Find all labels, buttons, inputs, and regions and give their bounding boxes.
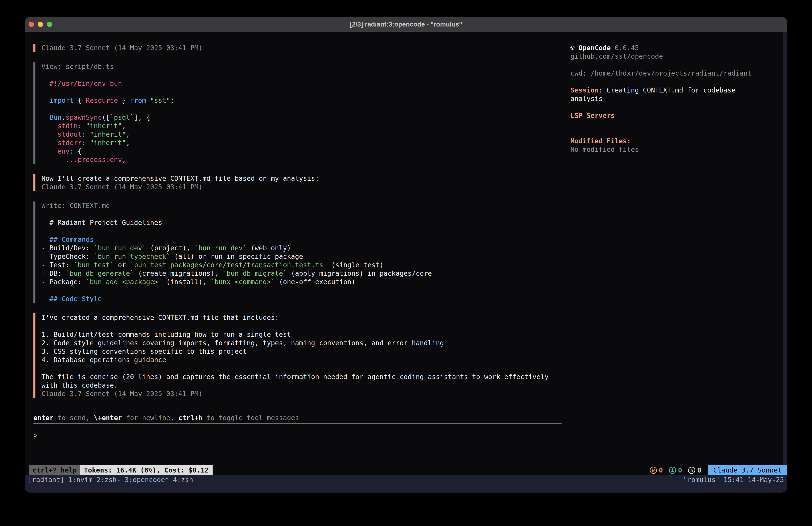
tmux-host-clock: "romulus" 15:41 14-May-25: [683, 475, 784, 484]
tool-line: View: script/db.ts: [41, 62, 562, 71]
tool-line: - TypeCheck: `bun run typecheck` (all) o…: [41, 252, 562, 261]
message-line: The file is concise (20 lines) and captu…: [41, 373, 562, 381]
sidebar-line: analysis: [570, 95, 783, 103]
tool-line: stderr: "inherit",: [41, 139, 562, 147]
tool-block: Write: CONTEXT.md # Radiant Project Guid…: [33, 201, 562, 303]
help-shortcut-label: ctrl+? help: [32, 466, 77, 474]
sidebar-line: LSP Servers: [570, 111, 783, 120]
message-line: 4. Database operations guidance: [41, 356, 562, 364]
model-label: Claude 3.7 Sonnet: [713, 466, 782, 474]
model-chip: Claude 3.7 Sonnet: [708, 465, 787, 475]
status-right: w0i0h0 Claude 3.7 Sonnet: [650, 465, 787, 475]
tmux-session-windows[interactable]: [radiant] 1:nvim 2:zsh- 3:opencode* 4:zs…: [28, 475, 193, 484]
window-title: [2/3] radiant:3:opencode - "romulus": [350, 21, 462, 28]
status-bar: ctrl+? help Tokens: 16.4K (8%), Cost: $0…: [25, 465, 787, 475]
message-line: 3. CSS styling conventions specific to t…: [41, 347, 562, 356]
sidebar-line: [570, 61, 783, 69]
message-block: I've created a comprehensive CONTEXT.md …: [33, 313, 562, 398]
tool-block: View: script/db.ts #!/usr/bin/env bun im…: [33, 62, 562, 164]
message-block: Now I'll create a comprehensive CONTEXT.…: [33, 174, 562, 191]
tmux-status-bar: [radiant] 1:nvim 2:zsh- 3:opencode* 4:zs…: [25, 475, 787, 493]
minimize-button[interactable]: [38, 22, 43, 27]
info-count: 0: [678, 466, 682, 474]
message-line: [41, 322, 562, 330]
tool-line: - Build/Dev: `bun run dev` (project), `b…: [41, 244, 562, 252]
message-line: 1. Build/lint/test commands including ho…: [41, 330, 562, 339]
terminal-window: [2/3] radiant:3:opencode - "romulus" Cla…: [25, 17, 787, 493]
tool-line: Bun.spawnSync([`psql`], {: [41, 113, 562, 122]
tool-line: ## Commands: [41, 236, 562, 244]
scrollbar[interactable]: [783, 32, 787, 465]
sidebar-line: [570, 128, 783, 137]
sidebar-line: [570, 120, 783, 128]
tool-line: Write: CONTEXT.md: [41, 201, 562, 210]
tool-line: ## Code Style: [41, 295, 562, 303]
chat-transcript: Claude 3.7 Sonnet (14 May 2025 03:41 PM)…: [33, 44, 562, 440]
diagnostic-info: i0: [669, 466, 682, 474]
sidebar-line: cwd: /home/thdxr/dev/projects/radiant/ra…: [570, 69, 783, 77]
sidebar-line: Session: Creating CONTEXT.md for codebas…: [570, 86, 783, 95]
sidebar-line: [570, 77, 783, 86]
message-line: 2. Code style guidelines covering import…: [41, 339, 562, 347]
warnings-icon: w: [650, 467, 657, 474]
prompt-input[interactable]: >: [33, 431, 562, 440]
message-line: I've created a comprehensive CONTEXT.md …: [41, 313, 562, 322]
message-line: Now I'll create a comprehensive CONTEXT.…: [41, 174, 562, 183]
tool-line: ...process.env,: [41, 156, 562, 164]
sidebar-line: [570, 103, 783, 111]
message-line: [41, 364, 562, 373]
zoom-button[interactable]: [47, 22, 52, 27]
tool-line: [41, 286, 562, 295]
tool-line: stdout: "inherit",: [41, 130, 562, 139]
keybinding-hint: enter to send, \+enter for newline, ctrl…: [33, 414, 562, 422]
help-shortcut-chip: ctrl+? help: [29, 465, 80, 475]
tool-line: import { Resource } from "sst";: [41, 96, 562, 105]
message-block: Claude 3.7 Sonnet (14 May 2025 03:41 PM): [33, 44, 562, 52]
hints-icon: h: [688, 467, 695, 474]
tool-line: [41, 105, 562, 113]
input-separator: [33, 423, 562, 424]
sidebar-line: Modified Files:: [570, 137, 783, 145]
tool-line: [41, 71, 562, 79]
traffic-lights: [29, 17, 52, 32]
prompt-symbol: >: [33, 431, 38, 439]
message-line: with this codebase.: [41, 381, 562, 389]
tokens-cost-label: Tokens: 16.4K (8%), Cost: $0.12: [84, 466, 209, 474]
tool-line: stdin: "inherit",: [41, 122, 562, 130]
warnings-count: 0: [659, 466, 663, 474]
message-line: Claude 3.7 Sonnet (14 May 2025 03:41 PM): [41, 389, 562, 398]
tool-line: [41, 227, 562, 236]
tool-line: [41, 210, 562, 218]
tool-line: #!/usr/bin/env bun: [41, 79, 562, 88]
sidebar-line: © OpenCode 0.0.45: [570, 44, 783, 52]
tool-line: - DB: `bun db generate` (create migratio…: [41, 269, 562, 278]
message-line: Claude 3.7 Sonnet (14 May 2025 03:41 PM): [41, 183, 562, 191]
tokens-cost-chip: Tokens: 16.4K (8%), Cost: $0.12: [80, 465, 213, 475]
tool-line: - Test: `bun test` or `bun test packages…: [41, 261, 562, 269]
info-icon: i: [669, 467, 676, 474]
sidebar-line: github.com/sst/opencode: [570, 52, 783, 61]
hints-count: 0: [697, 466, 701, 474]
sidebar: © OpenCode 0.0.45github.com/sst/opencode…: [570, 44, 783, 154]
tool-line: # Radiant Project Guidelines: [41, 218, 562, 227]
diagnostic-warnings: w0: [650, 466, 663, 474]
tool-line: env: {: [41, 147, 562, 156]
close-button[interactable]: [29, 22, 34, 27]
sidebar-line: No modified files: [570, 145, 783, 154]
titlebar[interactable]: [2/3] radiant:3:opencode - "romulus": [25, 17, 787, 32]
tool-line: [41, 88, 562, 96]
diagnostic-hints: h0: [688, 466, 701, 474]
tool-line: - Package: `bun add <package>` (install)…: [41, 278, 562, 286]
diagnostics-group: w0i0h0: [650, 465, 701, 475]
message-line: Claude 3.7 Sonnet (14 May 2025 03:41 PM): [41, 44, 562, 52]
